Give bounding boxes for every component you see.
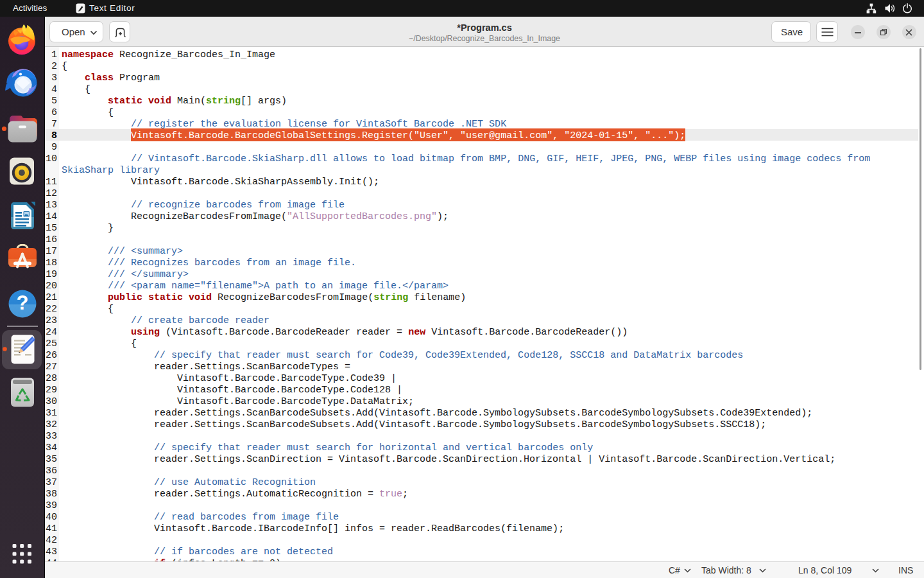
svg-text:?: ? <box>17 292 29 314</box>
